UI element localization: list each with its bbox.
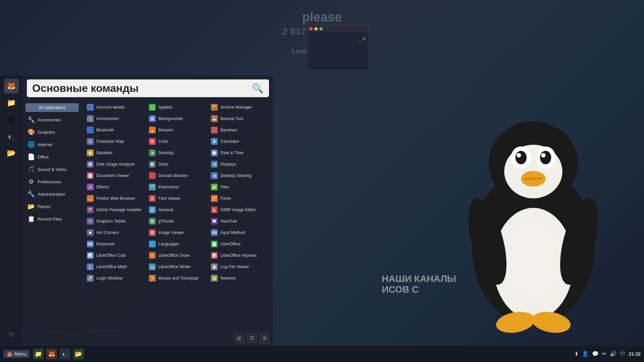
- app-login-window[interactable]: 🔑 Login Window: [84, 273, 146, 284]
- taskbar-user-icon[interactable]: 👤: [582, 351, 589, 357]
- sidebar-pointer-icon[interactable]: ☜: [4, 327, 19, 342]
- sidebar-folder-icon[interactable]: 📂: [4, 146, 19, 161]
- app-backup-tool[interactable]: 💾 Backup Tool: [208, 113, 270, 124]
- category-sound-video[interactable]: 🎵 Sound & Video: [24, 163, 80, 175]
- accessories-icon: 🔧: [28, 116, 35, 123]
- category-office[interactable]: 📄 Office: [24, 151, 80, 163]
- app-effects[interactable]: ✨ Effects: [84, 181, 146, 193]
- app-libreoffice-writer[interactable]: ✍ LibreOffice Writer: [146, 261, 208, 273]
- sidebar-firefox-icon[interactable]: 🦊: [4, 79, 19, 94]
- all-applications-button[interactable]: All Applications: [25, 103, 79, 112]
- app-font-viewer-label: Font Viewer: [158, 196, 180, 201]
- app-applets[interactable]: ◻ Applets: [146, 102, 208, 113]
- log-file-viewer-icon: 📋: [211, 263, 218, 270]
- app-image-viewer[interactable]: 🖼 Image Viewer: [146, 227, 208, 238]
- app-desklets[interactable]: 📋 Desklets: [84, 147, 146, 159]
- app-input-method[interactable]: ⌨ Input Method: [208, 227, 270, 238]
- category-administration[interactable]: 🔧 Administration: [24, 188, 80, 200]
- settings-panel-button[interactable]: ⚙: [260, 333, 270, 343]
- app-brasero[interactable]: 🔥 Brasero: [146, 124, 208, 136]
- taskbar-folder-button[interactable]: 📂: [73, 349, 84, 359]
- app-desktop-sharing[interactable]: 🖥 Desktop Sharing: [208, 170, 270, 181]
- app-displays[interactable]: 🖥 Displays: [208, 159, 270, 170]
- taskbar-edit-icon[interactable]: ✏: [602, 351, 606, 357]
- app-desktop[interactable]: 🖥 Desktop: [146, 147, 208, 159]
- app-calculator[interactable]: 🖩 Calculator: [208, 136, 270, 147]
- app-disks-label: Disks: [158, 162, 169, 167]
- app-libreoffice-impress[interactable]: 📊 LibreOffice Impress: [208, 250, 270, 261]
- sidebar-terminal-icon[interactable]: ▮_: [4, 129, 19, 144]
- libreoffice-draw-icon: 🎨: [149, 252, 156, 259]
- terminal-window[interactable]: _<: [307, 25, 369, 70]
- app-banshee[interactable]: ♪ Banshee: [208, 124, 270, 136]
- search-bar[interactable]: Основные команды 🔍: [27, 79, 269, 97]
- category-accessories[interactable]: 🔧 Accessories: [24, 114, 80, 126]
- sidebar-files-icon[interactable]: 📁: [4, 96, 19, 110]
- app-libreoffice-label: LibreOffice: [220, 242, 240, 246]
- app-graphics-tablet[interactable]: ✏ Graphics Tablet: [84, 216, 146, 227]
- taskbar-menu-button[interactable]: 🦊 Menu: [3, 350, 30, 358]
- category-places[interactable]: 📂 Places: [24, 200, 80, 213]
- terminal-maximize-btn[interactable]: [319, 27, 323, 31]
- app-accessories[interactable]: 🔧 Accessories: [84, 113, 146, 124]
- taskbar-volume-icon[interactable]: 🔊: [610, 351, 616, 357]
- app-gthumb[interactable]: 🖼 gThumb: [146, 216, 208, 227]
- list-view-button[interactable]: ☰: [247, 333, 257, 343]
- categories-panel: All Applications 🔧 Accessories 🎨 Graphic…: [23, 100, 82, 331]
- app-character-map[interactable]: Ω Character Map: [84, 136, 146, 147]
- app-extensions[interactable]: 🧩 Extensions: [146, 181, 208, 193]
- date-time-icon: 🕐: [211, 149, 218, 156]
- sidebar-settings-icon[interactable]: ⚙: [4, 112, 19, 127]
- color-icon: 🎨: [149, 138, 156, 145]
- category-preferences[interactable]: ⚙ Preferences: [24, 176, 80, 188]
- app-gimp[interactable]: 🐕 GIMP Image Editor: [208, 204, 270, 216]
- svg-point-8: [540, 151, 551, 164]
- app-hexchat[interactable]: 💬 HexChat: [208, 216, 270, 227]
- app-font-viewer[interactable]: A Font Viewer: [146, 193, 208, 204]
- app-account-details[interactable]: 👤 Account details: [84, 102, 146, 113]
- app-disks[interactable]: 💿 Disks: [146, 159, 208, 170]
- app-date-time[interactable]: 🕐 Date & Time: [208, 147, 270, 159]
- app-document-viewer-label: Document Viewer: [96, 173, 129, 178]
- taskbar-chat-icon[interactable]: 💬: [592, 351, 599, 357]
- app-gdebi[interactable]: 📦 GDebi Package Installer: [84, 204, 146, 216]
- app-languages[interactable]: 🌐 Languages: [146, 238, 208, 250]
- app-files[interactable]: 📂 Files: [208, 181, 270, 193]
- disks-icon: 💿: [149, 161, 156, 168]
- app-disk-usage-analyzer[interactable]: 💿 Disk Usage Analyzer: [84, 159, 146, 170]
- app-libreoffice-draw[interactable]: 🎨 LibreOffice Draw: [146, 250, 208, 261]
- app-network[interactable]: 📶 Network: [208, 273, 270, 284]
- category-internet[interactable]: 🌐 Internet: [24, 138, 80, 150]
- app-archive-manager[interactable]: 📦 Archive Manager: [208, 102, 270, 113]
- app-libreoffice-math[interactable]: ∑ LibreOffice Math: [84, 261, 146, 273]
- app-libreoffice[interactable]: 📄 LibreOffice: [208, 238, 270, 250]
- taskbar-firefox-button[interactable]: 🦊: [46, 349, 57, 359]
- app-bluetooth[interactable]: 🔵 Bluetooth: [84, 124, 146, 136]
- terminal-close-btn[interactable]: [309, 27, 313, 31]
- category-recent-files-label: Recent Files: [38, 217, 62, 222]
- taskbar-files-button[interactable]: 📁: [33, 349, 44, 359]
- category-recent-files[interactable]: 📋 Recent Files: [24, 213, 80, 225]
- search-icon[interactable]: 🔍: [252, 83, 264, 94]
- app-libreoffice-calc-label: LibreOffice Calc: [96, 253, 126, 258]
- app-libreoffice-calc[interactable]: 📊 LibreOffice Calc: [84, 250, 146, 261]
- app-keyboard[interactable]: ⌨ Keyboard: [84, 238, 146, 250]
- app-document-viewer[interactable]: 📄 Document Viewer: [84, 170, 146, 181]
- category-graphics[interactable]: 🎨 Graphics: [24, 126, 80, 138]
- app-color[interactable]: 🎨 Color: [146, 136, 208, 147]
- app-libreoffice-draw-label: LibreOffice Draw: [158, 253, 190, 258]
- app-log-file-viewer[interactable]: 📋 Log File Viewer: [208, 261, 270, 273]
- app-firefox[interactable]: 🦊 Firefox Web Browser: [84, 193, 146, 204]
- terminal-minimize-btn[interactable]: [314, 27, 318, 31]
- app-backgrounds[interactable]: 🖼 Backgrounds: [146, 113, 208, 124]
- app-general[interactable]: ⚙ General: [146, 204, 208, 216]
- taskbar-download-icon[interactable]: ⬇: [574, 351, 579, 357]
- taskbar-security-icon[interactable]: 🛡: [620, 351, 625, 357]
- grid-view-button[interactable]: ⊞: [234, 333, 244, 343]
- terminal-body: _<: [307, 32, 369, 45]
- taskbar-terminal-button[interactable]: ▮_: [60, 349, 70, 359]
- app-hot-corners[interactable]: 🔲 Hot Corners: [84, 227, 146, 238]
- app-mouse-touchpad[interactable]: 🖱 Mouse and Touchpad: [146, 273, 208, 284]
- app-domain-blocker[interactable]: 🚫 Domain Blocker: [146, 170, 208, 181]
- app-fonts[interactable]: F Fonts: [208, 193, 270, 204]
